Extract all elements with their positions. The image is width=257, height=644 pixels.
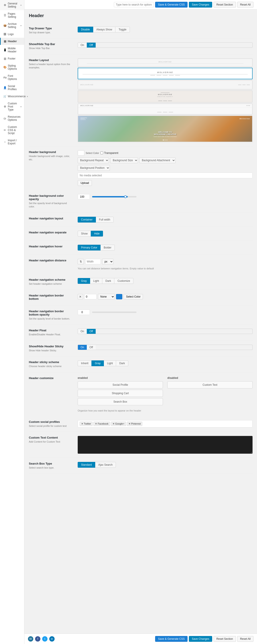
color-swatch[interactable]	[78, 150, 84, 156]
btn-toggle[interactable]: Toggle	[115, 27, 130, 32]
sidebar-item-footer[interactable]: ▥ Footer	[0, 55, 24, 62]
btn-show[interactable]: Show	[78, 231, 91, 236]
border-width-input[interactable]	[84, 294, 97, 299]
sidebar-item-resources-options[interactable]: 🗂 Resources Options	[0, 113, 24, 124]
social-tags-input[interactable]: ✕ Twitter ✕ Facebook ✕ Google+ ✕ Pintere…	[78, 420, 253, 428]
sidebar-item-woocommerce[interactable]: 🛒 Woocommerce ▾	[0, 93, 24, 100]
customize-grid: enabled Social Profile Shopping Cart Sea…	[78, 376, 253, 406]
section-desc: Set the opacity level of background colo…	[29, 202, 73, 208]
header-nav-hover-label: Header navigation hover	[29, 245, 73, 249]
sidebar-item-archive-setting[interactable]: 📦 Archive Setting ▾	[0, 20, 24, 31]
header-nav-scheme-section: Header navigation scheme Set header navi…	[29, 274, 253, 290]
sidebar-item-import-export[interactable]: ↕ Import / Export	[0, 137, 24, 147]
background-attachment-select[interactable]: Background Attachment	[139, 158, 176, 163]
upload-button[interactable]: Upload	[78, 180, 92, 186]
header-layout-control: WOLVERINE Wolverine	[78, 58, 253, 142]
background-repeat-select[interactable]: Background Repeat	[78, 158, 109, 163]
layout-thumb-4[interactable]: WOLVERINE CREATIVE AGENCY	[78, 90, 253, 102]
border-color-swatch[interactable]	[116, 294, 122, 299]
section-title: Header background color opacity	[29, 194, 73, 201]
btn-hide[interactable]: Hide	[91, 231, 103, 236]
save-generate-css-button[interactable]: Save & Generate CSS	[155, 2, 188, 8]
bottom-reset-all-button[interactable]: Reset All	[237, 636, 254, 642]
border-select-color-button[interactable]: Select Color	[124, 294, 143, 299]
opacity-input[interactable]	[78, 194, 90, 200]
nav-unit-select[interactable]: px em %	[102, 259, 113, 264]
sidebar-item-logo[interactable]: 🖼 Logo	[0, 31, 24, 38]
linkedin-social-icon[interactable]: in	[49, 636, 55, 642]
sidebar-item-font-options[interactable]: Aa Font Options	[0, 72, 24, 82]
twitter-social-icon[interactable]: t	[42, 636, 47, 642]
nav-width-input[interactable]	[85, 259, 101, 264]
layout-thumb-3[interactable]: WOLVERINE	[78, 80, 253, 90]
reset-section-button[interactable]: Reset Section	[214, 2, 236, 8]
header-sticky-scheme-label: Header sticky scheme Choose header stick…	[29, 360, 73, 368]
sidebar-item-custom-post-type[interactable]: ⚙ Custom Post Type ▾	[0, 100, 24, 113]
btn-gray-sticky[interactable]: Gray	[91, 360, 104, 366]
btn-dark[interactable]: Dark	[102, 278, 114, 284]
social-profile-item[interactable]: Social Profile	[78, 381, 163, 388]
layout-thumb-6[interactable]: Wolverine WELCOME TO WOLVERINE CREATIVE …	[78, 116, 253, 142]
top-drawer-type-label: Top Drawer Type Set top drawer type.	[29, 27, 73, 34]
btn-disable[interactable]: Disable	[78, 27, 93, 32]
layout-thumb-2[interactable]: Wolverine	[78, 68, 253, 79]
border-style-select[interactable]: None Solid Dashed	[98, 294, 115, 300]
sidebar-item-styling-options[interactable]: 🎨 Styling Options	[0, 62, 24, 72]
sidebar-item-social-profiles[interactable]: 👤 Social Profiles	[0, 82, 24, 93]
sidebar-item-pages-setting[interactable]: ☰ Pages Setting	[0, 10, 24, 20]
sticky-on-button[interactable]: On	[78, 345, 87, 350]
nav-distance-arrows[interactable]: ⇅	[78, 259, 84, 264]
float-on-button[interactable]: On	[78, 329, 87, 334]
header-nav-distance-label: Header navigation distance	[29, 259, 73, 263]
layout-thumb-5[interactable]: WOLVERINE	[78, 104, 253, 114]
nav-separate-group: Show Hide	[78, 231, 253, 236]
opacity-row	[78, 194, 253, 200]
reset-all-button[interactable]: Reset All	[237, 2, 254, 8]
transparent-checkbox[interactable]	[100, 152, 103, 154]
btn-container[interactable]: Container	[78, 217, 96, 222]
bottom-reset-section-button[interactable]: Reset Section	[214, 636, 236, 642]
sidebar-item-custom-css-script[interactable]: ✏ Custom CSS & Script	[0, 124, 24, 137]
custom-text-item[interactable]: Custom Text	[167, 381, 253, 388]
btn-full-width[interactable]: Full width	[96, 217, 114, 222]
slider-thumb[interactable]	[124, 196, 127, 198]
background-size-select[interactable]: Background Size	[110, 158, 138, 163]
sticky-off-button[interactable]: Off	[87, 345, 96, 350]
transparent-checkbox-label[interactable]: Transparent	[100, 152, 118, 154]
background-position-select[interactable]: Background Position	[78, 165, 110, 171]
search-box-item[interactable]: Search Box	[78, 398, 163, 405]
btn-standard[interactable]: Standard	[78, 462, 95, 468]
border-opacity-input[interactable]	[78, 310, 90, 315]
opacity-slider[interactable]	[92, 196, 136, 198]
btn-light-sticky[interactable]: Light	[104, 360, 116, 366]
off-button[interactable]: Off	[87, 43, 96, 48]
float-off-button[interactable]: Off	[87, 329, 96, 334]
save-changes-button[interactable]: Save Changes	[189, 2, 212, 8]
btn-light[interactable]: Light	[90, 278, 102, 284]
wordpress-social-icon[interactable]: W	[28, 636, 33, 642]
btn-gray[interactable]: Gray	[78, 278, 90, 284]
search-input[interactable]	[114, 2, 154, 7]
custom-text-editor[interactable]	[78, 436, 253, 454]
header-nav-border-opacity-label: Header navigation border bottom opacity …	[29, 310, 73, 320]
border-remove-button[interactable]: ✕	[78, 294, 83, 299]
btn-customize[interactable]: Customize	[114, 278, 133, 284]
btn-inherit[interactable]: Inherit	[78, 360, 92, 366]
header-background-section: Header background Header background with…	[29, 146, 253, 190]
facebook-social-icon[interactable]: f	[35, 636, 40, 642]
btn-ajax-search[interactable]: Ajax Search	[95, 462, 116, 468]
bottom-save-changes-button[interactable]: Save Changes	[189, 636, 212, 642]
border-opacity-slider[interactable]	[92, 312, 136, 313]
layout-thumb-1[interactable]: WOLVERINE	[78, 58, 253, 67]
bottom-save-generate-css-button[interactable]: Save & Generate CSS	[155, 636, 188, 642]
btn-bolder[interactable]: Bolder	[100, 245, 115, 250]
sidebar-item-general-setting[interactable]: ⚙ General Setting ▾	[0, 0, 24, 10]
sidebar-item-header[interactable]: ▤ Header	[0, 38, 24, 45]
shopping-cart-item[interactable]: Shopping Cart	[78, 390, 163, 397]
on-button[interactable]: On	[78, 43, 87, 48]
btn-always-show[interactable]: Always Show	[93, 27, 115, 32]
btn-primary-color[interactable]: Primary Color	[78, 245, 101, 250]
sidebar-item-mobile-header[interactable]: 📱 Mobile Header	[0, 45, 24, 55]
nav-hover-group: Primary Color Bolder	[78, 245, 253, 250]
btn-dark-sticky[interactable]: Dark	[116, 360, 128, 366]
